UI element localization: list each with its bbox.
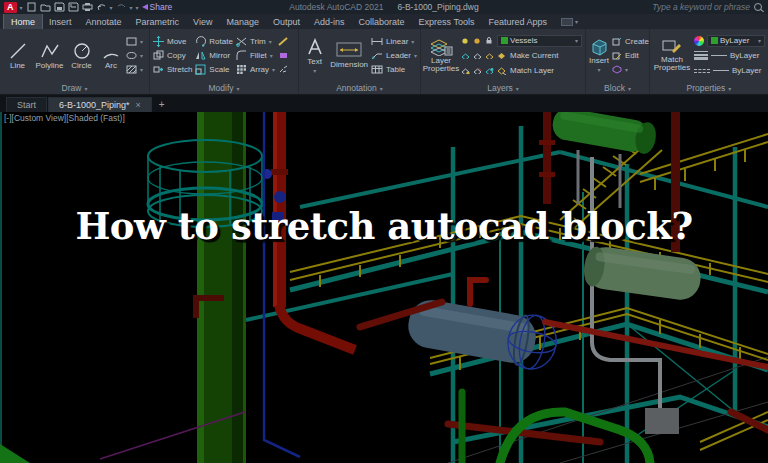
tab-collaborate[interactable]: Collaborate [352,14,412,29]
tab-annotate[interactable]: Annotate [79,14,129,29]
autocad-window: A ▾ ▾ ▾ ▾ Share Autodesk AutoCAD 20216-B… [0,0,768,463]
text-tool[interactable]: Text ▾ [302,37,327,74]
mirror-tool[interactable]: Mirror [195,50,233,61]
help-search[interactable]: Type a keyword or phrase [652,2,764,12]
object-color-control[interactable]: ByLayer ▾ [694,35,765,47]
layer-freeze-icon[interactable] [473,37,482,44]
panel-label-layers[interactable]: Layers▾ [421,82,585,94]
panel-label-annotation[interactable]: Annotation▾ [299,82,420,94]
ellipse-tool[interactable]: ▾ [126,50,143,61]
search-icon[interactable] [754,3,762,11]
tab-parametric[interactable]: Parametric [129,14,187,29]
fillet-caret-icon: ▾ [270,52,273,59]
tab-express-tools[interactable]: Express Tools [412,14,482,29]
lineweight-icon [694,51,708,60]
attributes-caret-icon: ▾ [625,66,628,73]
match-properties-tool[interactable]: Match Properties [653,39,691,73]
file-tab-close-icon[interactable]: × [136,100,141,110]
fillet-tool[interactable]: Fillet ▾ [236,50,275,61]
trim-tool[interactable]: Trim ▾ [236,36,275,47]
rotate-tool[interactable]: Rotate [195,36,233,47]
move-label: Move [167,37,187,46]
panel-label-properties[interactable]: Properties▾ [650,82,768,94]
qat-customize-caret-icon[interactable]: ▾ [136,4,139,11]
redo-icon[interactable] [116,2,127,12]
array-tool[interactable]: Array ▾ [236,64,275,75]
linear-label: Linear [386,37,408,46]
lineweight-preview [711,55,727,56]
panel-label-draw[interactable]: Draw▾ [0,82,149,94]
layer-merge-icon[interactable] [461,67,470,74]
leader-tool[interactable]: Leader ▾ [371,50,417,61]
polyline-tool[interactable]: Polyline [35,41,64,70]
block-attributes-button[interactable]: ▾ [612,64,649,75]
lineweight-control[interactable]: ByLayer [694,50,765,62]
panel-annotation: Text ▾ Dimension Linear ▾ Leader [299,29,421,94]
file-tab-document[interactable]: 6-B-1000_Piping* × [48,97,152,112]
panel-label-block[interactable]: Block▾ [586,82,649,94]
hatch-tool[interactable]: ▾ [126,64,143,75]
measure-icon[interactable] [278,36,289,47]
layer-on-icon[interactable] [461,37,470,44]
layer-lock-icon[interactable] [485,37,494,44]
layer-unsaved-icon[interactable] [473,52,482,59]
copy-tool[interactable]: Copy [153,50,192,61]
make-current-button[interactable]: Make Current [497,50,582,61]
tab-home[interactable]: Home [4,14,42,29]
circle-tool[interactable]: Circle [67,41,96,70]
viewport-controls[interactable]: [-][Custom View][Shaded (Fast)] [4,113,125,123]
title-bar: A ▾ ▾ ▾ ▾ Share Autodesk AutoCAD 20216-B… [0,0,768,14]
dark-overlay [0,112,768,463]
drawing-area[interactable]: [-][Custom View][Shaded (Fast)] [0,112,768,463]
arc-tool[interactable]: Arc [99,41,123,70]
plot-icon[interactable] [82,2,93,12]
table-tool[interactable]: Table [371,64,417,75]
tab-add-ins[interactable]: Add-ins [307,14,352,29]
tab-featured-apps[interactable]: Featured Apps [481,14,554,29]
layer-delete-icon[interactable] [473,67,482,74]
insert-block-tool[interactable]: Insert ▾ [589,38,609,73]
undo-caret-icon[interactable]: ▾ [110,4,113,11]
autocad-logo[interactable]: A [4,2,17,13]
new-tab-button[interactable]: + [153,98,171,112]
layer-color-swatch [501,37,508,44]
rectangle-tool[interactable]: ▾ [126,36,143,47]
linear-tool[interactable]: Linear ▾ [371,36,417,47]
share-button[interactable]: Share [142,2,173,12]
save-as-icon[interactable] [68,2,79,12]
app-menu-caret-icon[interactable]: ▾ [20,4,23,11]
linetype-control[interactable]: ByLayer [694,65,765,77]
layer-off-icon[interactable] [485,52,494,59]
color-dropdown[interactable]: ByLayer ▾ [707,35,765,47]
redo-caret-icon[interactable]: ▾ [130,4,133,11]
line-label: Line [10,62,25,70]
scale-tool[interactable]: Scale [195,64,233,75]
layer-properties-tool[interactable]: Layer Properties [424,38,458,74]
move-tool[interactable]: Move [153,36,192,47]
workspace-switch[interactable]: ▾ [556,14,583,29]
layer-iso-icon[interactable] [461,52,470,59]
tab-manage[interactable]: Manage [219,14,266,29]
make-current-label: Make Current [510,51,558,60]
file-tab-start[interactable]: Start [6,97,47,112]
explode-icon[interactable] [278,64,289,75]
erase-icon[interactable] [278,50,289,61]
match-layer-button[interactable]: Match Layer [497,65,582,76]
tab-output[interactable]: Output [266,14,307,29]
save-icon[interactable] [54,2,65,12]
create-block-button[interactable]: Create [612,36,649,47]
dimension-tool[interactable]: Dimension [330,42,368,69]
layer-walk-icon[interactable] [485,67,494,74]
line-tool[interactable]: Line [3,41,32,70]
tab-insert[interactable]: Insert [42,14,79,29]
undo-icon[interactable] [96,2,107,12]
layer-dropdown[interactable]: Vessels ▾ [497,35,582,47]
file-tab-document-label: 6-B-1000_Piping* [59,100,130,110]
panel-label-modify[interactable]: Modify▾ [150,82,298,94]
layer-dropdown-caret-icon: ▾ [575,37,578,44]
stretch-tool[interactable]: Stretch [153,64,192,75]
new-drawing-icon[interactable] [26,2,37,12]
open-icon[interactable] [40,2,51,12]
edit-block-button[interactable]: Edit [612,50,649,61]
tab-view[interactable]: View [186,14,219,29]
